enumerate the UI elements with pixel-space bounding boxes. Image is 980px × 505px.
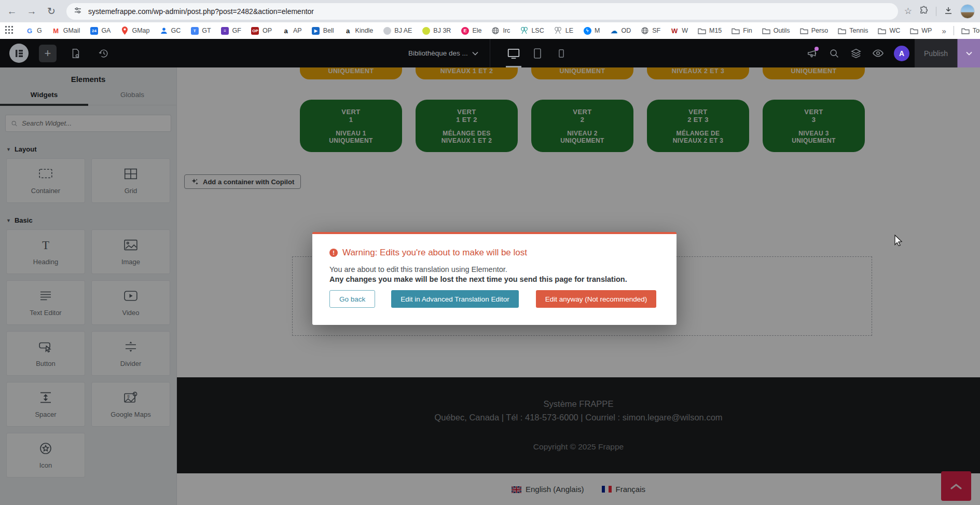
history-icon[interactable] [95,45,113,62]
notification-dot [815,47,819,51]
elementor-logo[interactable] [9,44,29,63]
bookmarks-overflow-chevron[interactable]: » [942,26,946,35]
bookmark-outils[interactable]: Outils [762,26,790,35]
url-text: systemefrappe.com/wp-admin/post.php?post… [88,7,314,16]
add-element-button[interactable]: + [39,45,57,62]
toolbar-divider [936,7,936,16]
folder-icon [878,26,886,35]
tennis-ball-icon [422,26,430,35]
structure-icon[interactable] [845,39,867,67]
page-settings-icon[interactable] [67,45,85,62]
wilson-icon: W [670,26,679,35]
op-icon: OP [251,26,259,35]
google-contacts-icon [160,26,168,35]
bookmark-ele[interactable]: EEle [461,26,481,35]
warning-icon: ! [329,249,338,257]
dialog-title: ! Warning: Edits you're about to make wi… [329,248,659,258]
bookmark-ap[interactable]: aAP [282,26,302,35]
bookmark-gc[interactable]: GC [160,26,181,35]
bookmark-g[interactable]: GG [25,26,42,35]
bookmark-tennis[interactable]: Tennis [838,26,868,35]
bell-icon: ▶ [312,26,320,35]
bookmark-op[interactable]: OPOP [251,26,272,35]
elementor-site-icon: E [461,26,469,35]
reload-button[interactable]: ↻ [44,4,59,19]
chevron-down-icon [966,51,972,56]
folder-icon [698,26,706,35]
folder-icon [762,26,770,35]
bookmark-kindle[interactable]: aKindle [344,26,374,35]
publish-options-button[interactable] [957,39,980,67]
bookmark-gmap[interactable]: GMap [120,26,149,35]
google-forms-icon: ≡ [221,26,229,35]
extensions-icon[interactable] [919,6,929,17]
bookmark-perso[interactable]: Perso [800,26,829,35]
dialog-body-line2: Any changes you make will be lost the ne… [329,275,659,283]
bookmark-irc[interactable]: Irc [491,26,510,35]
bookmark-fin[interactable]: Fin [731,26,752,35]
bookmark-od[interactable]: ☁OD [610,26,631,35]
onedrive-icon: ☁ [610,26,618,35]
go-back-button[interactable]: Go back [329,290,375,308]
device-mobile-button[interactable] [549,39,573,67]
bookmark-bj-3r[interactable]: BJ 3R [422,26,451,35]
edit-in-advanced-translation-editor-button[interactable]: Edit in Advanced Translation Editor [391,290,518,308]
bookmark-ga[interactable]: 24GA [90,26,111,35]
badminton-icon [554,26,562,35]
gmail-icon: M [52,26,60,35]
globe-icon [491,26,500,35]
document-switcher[interactable]: Bibliothèque des ... [408,49,478,57]
bookmark-m[interactable]: ϟM [583,26,600,35]
back-button[interactable]: ← [4,4,20,19]
bookmark-wp[interactable]: WP [910,26,932,35]
edit-anyway-not-recommended-button[interactable]: Edit anyway (Not recommended) [536,290,657,308]
translation-warning-dialog: ! Warning: Edits you're about to make wi… [312,232,677,325]
whats-new-icon[interactable] [802,39,823,67]
bookmark-star-icon[interactable]: ☆ [904,6,912,17]
google-maps-pin-icon [120,26,129,35]
elementor-top-bar: + Bibliothèque des ... [0,39,980,67]
profile-avatar[interactable] [960,4,975,19]
bookmark-gmail[interactable]: MGMail [52,26,80,35]
device-desktop-button[interactable] [502,39,526,67]
bookmarks-divider-2 [954,26,954,35]
bookmark-le[interactable]: LE [554,26,573,35]
bookmark-w[interactable]: WW [670,26,688,35]
user-avatar[interactable]: A [894,46,909,61]
bookmark-lsc[interactable]: LSC [520,26,544,35]
google-calendar-icon: 24 [90,26,98,35]
folder-icon [910,26,918,35]
bookmark-bell[interactable]: ▶Bell [312,26,334,35]
preview-eye-icon[interactable] [867,39,889,67]
chevron-down-icon [472,51,478,56]
bookmark-m15[interactable]: M15 [698,26,722,35]
folder-icon [731,26,740,35]
publish-button[interactable]: Publish [915,39,957,67]
mouse-cursor [894,235,904,248]
url-bar[interactable]: systemefrappe.com/wp-admin/post.php?post… [66,3,898,20]
site-info-icon[interactable] [74,6,82,17]
bookmark-gt[interactable]: TGT [190,26,211,35]
google-translate-icon: T [190,26,199,35]
bookmark-bj-ae[interactable]: BJ AE [383,26,412,35]
apps-grid-icon[interactable] [5,26,13,36]
topbar-divider [490,39,490,67]
downloads-icon[interactable] [944,6,953,17]
all-favorites-folder[interactable]: Tous les favo [961,26,980,35]
folder-icon [800,26,808,35]
forward-button[interactable]: → [24,4,39,19]
google-icon: G [25,26,34,35]
bookmarks-bar: GGMGMail24GAGMapGCTGT≡GFOPOPaAP▶BellaKin… [0,22,980,39]
bookmark-sf[interactable]: SF [641,26,660,35]
device-tablet-button[interactable] [526,39,549,67]
messenger-icon: ϟ [583,26,591,35]
badminton-icon [520,26,528,35]
aliexpress-icon [383,26,391,35]
bookmark-gf[interactable]: ≡GF [221,26,241,35]
amazon-icon: a [282,26,290,35]
bookmark-wc[interactable]: WC [878,26,900,35]
finder-search-icon[interactable] [823,39,845,67]
folder-icon [961,26,970,35]
browser-toolbar: ← → ↻ systemefrappe.com/wp-admin/post.ph… [0,0,980,22]
folder-icon [838,26,846,35]
